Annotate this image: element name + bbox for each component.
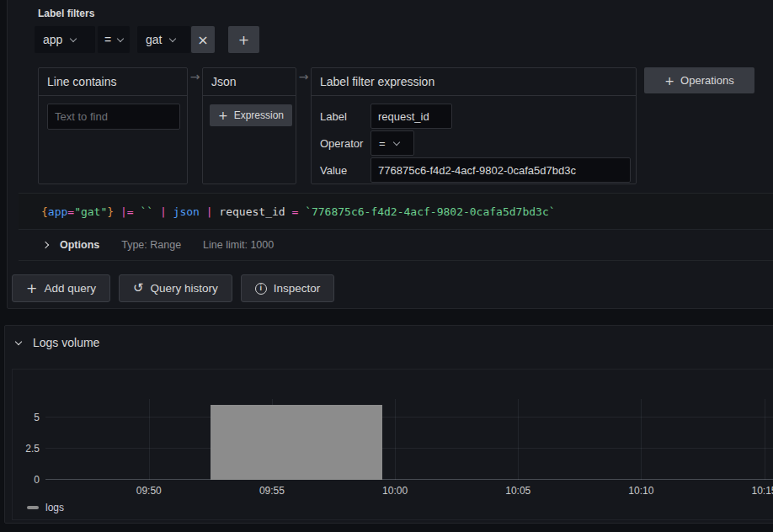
legend-label: logs bbox=[45, 502, 64, 513]
lfe-label-row: Label bbox=[320, 104, 452, 129]
query-token: } bbox=[107, 205, 114, 218]
lfe-label-field-label: Label bbox=[320, 110, 371, 123]
chevron-down-icon bbox=[15, 338, 22, 344]
options-row[interactable]: Options Type: Range Line limit: 1000 bbox=[19, 230, 773, 261]
chevron-down-icon bbox=[70, 35, 77, 41]
close-icon: × bbox=[197, 32, 208, 48]
chevron-right-icon bbox=[42, 242, 49, 248]
line-contains-box: Line contains bbox=[38, 67, 188, 184]
logs-volume-header[interactable]: Logs volume bbox=[16, 336, 99, 349]
lfe-operator-field-label: Operator bbox=[320, 137, 371, 150]
v-gridline bbox=[641, 399, 642, 480]
logs-volume-bar[interactable] bbox=[211, 405, 383, 480]
lfe-operator-value: = bbox=[379, 137, 386, 150]
info-icon: i bbox=[255, 283, 267, 295]
v-gridline bbox=[149, 399, 150, 480]
options-line-limit: Line limit: 1000 bbox=[203, 239, 274, 251]
query-token: request_id bbox=[219, 205, 285, 218]
filter-label-select[interactable]: app bbox=[35, 26, 95, 53]
remove-filter-button[interactable]: × bbox=[191, 26, 215, 53]
lfe-value-field-label: Value bbox=[320, 164, 371, 177]
query-token: { bbox=[41, 205, 48, 218]
y-tick-label: 5 bbox=[13, 412, 40, 423]
line-contains-input[interactable] bbox=[47, 104, 180, 130]
query-history-label: Query history bbox=[151, 282, 218, 295]
x-tick-label: 10:00 bbox=[382, 485, 408, 497]
plot-area[interactable] bbox=[45, 399, 773, 480]
query-token: `776875c6-f4d2-4acf-9802-0cafa5d7bd3c` bbox=[305, 205, 555, 218]
x-tick-label: 09:50 bbox=[136, 485, 162, 497]
add-operations-button[interactable]: + Operations bbox=[644, 67, 754, 93]
x-axis: 09:5009:5510:0010:0510:1010:15 bbox=[45, 485, 773, 497]
box-title-text: Label filter expression bbox=[320, 75, 434, 88]
add-filter-button[interactable]: + bbox=[228, 26, 259, 53]
query-token: | bbox=[160, 205, 167, 218]
x-tick-label: 09:55 bbox=[259, 485, 285, 497]
query-token bbox=[114, 205, 120, 218]
arrow-right-icon: → bbox=[188, 70, 202, 83]
y-axis: 02.55 bbox=[13, 399, 40, 480]
query-history-button[interactable]: ↺ Query history bbox=[119, 274, 232, 302]
label-filter-expression-title: Label filter expression bbox=[312, 68, 636, 96]
chevron-down-icon bbox=[169, 35, 176, 41]
label-filter-expression-box: Label filter expression Label Operator =… bbox=[311, 67, 637, 184]
json-title: Json bbox=[203, 68, 296, 96]
query-preview-row[interactable]: {app="gat"} |= `` | json | request_id = … bbox=[19, 193, 773, 230]
query-token: | bbox=[206, 205, 213, 218]
query-token: app bbox=[48, 205, 67, 218]
query-token bbox=[298, 205, 305, 218]
operations-button-label: Operations bbox=[680, 74, 734, 87]
arrow-right-icon: → bbox=[296, 70, 311, 83]
add-expression-button[interactable]: + Expression bbox=[210, 104, 292, 126]
query-token: json bbox=[173, 205, 200, 218]
x-tick-label: 10:10 bbox=[628, 485, 653, 497]
add-query-label: Add query bbox=[44, 282, 96, 295]
v-gridline bbox=[765, 399, 765, 480]
query-token: = bbox=[67, 205, 74, 218]
line-contains-title: Line contains bbox=[39, 68, 187, 96]
lfe-label-input[interactable] bbox=[371, 104, 452, 129]
add-query-button[interactable]: + Add query bbox=[12, 274, 110, 302]
query-token: |= bbox=[120, 205, 134, 218]
query-preview-code: {app="gat"} |= `` | json | request_id = … bbox=[41, 205, 556, 218]
logs-volume-chart: 02.55 09:5009:5510:0010:0510:1010:15 log… bbox=[12, 369, 773, 520]
lfe-value-row: Value bbox=[320, 157, 631, 183]
y-tick-label: 0 bbox=[13, 474, 40, 486]
filter-value-select[interactable]: gat bbox=[137, 26, 190, 53]
plus-icon: + bbox=[26, 282, 37, 295]
logs-volume-title: Logs volume bbox=[33, 336, 99, 349]
y-tick-label: 2.5 bbox=[13, 443, 40, 455]
x-tick-label: 10:05 bbox=[505, 485, 530, 497]
v-gridline bbox=[518, 399, 519, 480]
query-token: `` bbox=[140, 205, 153, 218]
inspector-button[interactable]: i Inspector bbox=[241, 274, 335, 302]
lfe-value-input[interactable] bbox=[371, 157, 631, 183]
logs-volume-panel: Logs volume 02.55 09:5009:5510:0010:0510… bbox=[4, 325, 773, 524]
options-type: Type: Range bbox=[121, 239, 181, 251]
query-token bbox=[153, 205, 160, 218]
h-gridline bbox=[45, 479, 773, 480]
label-filters-label: Label filters bbox=[38, 8, 94, 19]
query-token bbox=[200, 205, 206, 218]
query-editor-panel: Label filters app = gat × + Line contain… bbox=[7, 0, 773, 309]
query-token: "gat" bbox=[74, 205, 107, 218]
history-icon: ↺ bbox=[133, 282, 144, 295]
options-label: Options bbox=[60, 239, 99, 251]
inspector-label: Inspector bbox=[274, 282, 321, 295]
json-box: Json + Expression bbox=[202, 67, 296, 184]
lfe-operator-row: Operator = bbox=[320, 130, 414, 156]
plus-icon: + bbox=[238, 32, 249, 48]
chart-legend[interactable]: logs bbox=[27, 502, 64, 513]
legend-swatch bbox=[27, 506, 39, 509]
expression-button-label: Expression bbox=[234, 109, 284, 121]
filter-operator-select[interactable]: = bbox=[98, 26, 130, 53]
chevron-down-icon bbox=[117, 35, 124, 41]
box-title-text: Json bbox=[211, 75, 237, 88]
lfe-operator-select[interactable]: = bbox=[371, 130, 414, 156]
filter-label-value: app bbox=[43, 33, 62, 46]
query-toolbar: + Add query ↺ Query history i Inspector bbox=[12, 274, 334, 302]
query-token bbox=[167, 205, 173, 218]
label-filter-row: app = gat × + bbox=[35, 26, 259, 53]
chevron-down-icon bbox=[392, 138, 399, 145]
filter-value-value: gat bbox=[146, 33, 162, 46]
